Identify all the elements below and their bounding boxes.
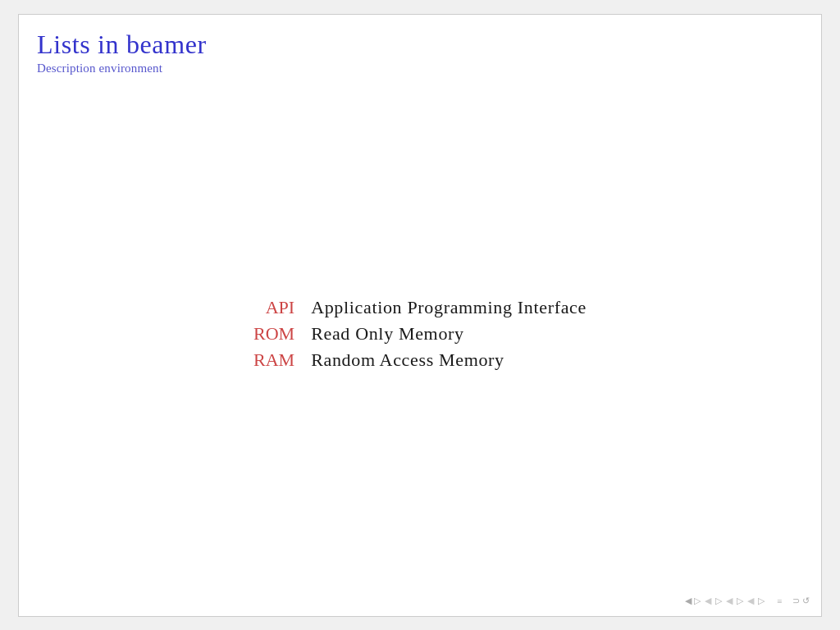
list-item: ROM Read Only Memory xyxy=(253,323,587,345)
description-def-rom: Read Only Memory xyxy=(308,323,587,345)
nav-last-icon[interactable]: ▷ xyxy=(758,596,765,606)
nav-search-icon[interactable]: ⊃ xyxy=(792,596,800,606)
description-def-api: Application Programming Interface xyxy=(308,297,587,318)
description-term-rom: ROM xyxy=(253,323,308,345)
nav-icon: ▷ xyxy=(694,596,701,606)
description-term-api: API xyxy=(253,297,308,318)
list-item: API Application Programming Interface xyxy=(253,297,587,318)
description-term-ram: RAM xyxy=(253,349,308,371)
slide-footer: ◀ ▷ ◀ ▷ ◀ ▷ ◀ ▷ ≡ ⊃ ↺ xyxy=(19,587,821,616)
description-def-ram: Random Access Memory xyxy=(308,349,587,371)
nav-refresh-icon[interactable]: ↺ xyxy=(802,596,810,606)
nav-icon[interactable]: ▷ xyxy=(737,596,743,606)
nav-first-icon[interactable]: ◀ xyxy=(685,596,692,606)
slide-content: API Application Programming Interface RO… xyxy=(19,82,821,587)
nav-menu-icon[interactable]: ≡ xyxy=(777,596,782,606)
nav-icon[interactable]: ▷ xyxy=(715,596,722,606)
list-item: RAM Random Access Memory xyxy=(253,349,587,371)
slide-header: Lists in beamer Description environment xyxy=(19,15,821,82)
presentation-slide: Lists in beamer Description environment … xyxy=(18,14,822,617)
slide-title: Lists in beamer xyxy=(37,30,803,60)
slide-subtitle: Description environment xyxy=(37,62,803,75)
navigation-icons: ◀ ▷ ◀ ▷ ◀ ▷ ◀ ▷ ≡ ⊃ ↺ xyxy=(685,596,810,606)
description-list: API Application Programming Interface RO… xyxy=(253,292,587,376)
